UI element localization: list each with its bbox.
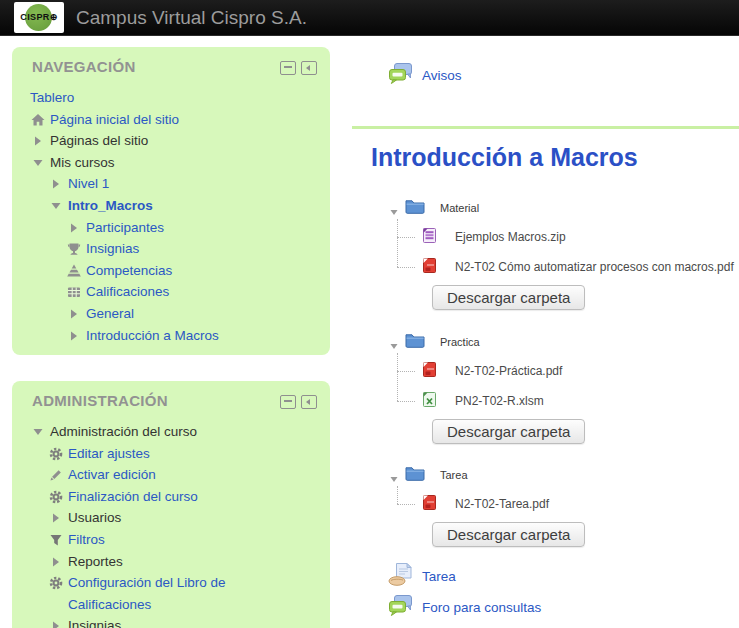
trophy-icon	[66, 241, 82, 257]
folder-icon	[405, 333, 425, 352]
chevron-right-icon[interactable]	[48, 618, 64, 628]
admin-item-configuración-del-libro-de-calificaciones[interactable]: Configuración del Libro de Calificacione…	[12, 572, 330, 615]
nav-item-label[interactable]: Insignias	[86, 238, 139, 260]
chevron-right-icon[interactable]	[48, 176, 64, 192]
nav-item-tablero[interactable]: Tablero	[12, 87, 330, 109]
download-folder-button[interactable]: Descargar carpeta	[432, 285, 585, 310]
chevron-down-icon[interactable]	[389, 470, 399, 480]
nav-item-competencias[interactable]: Competencias	[12, 260, 330, 282]
admin-item-insignias: Insignias	[12, 615, 330, 628]
nav-item-label[interactable]: Intro_Macros	[68, 195, 153, 217]
tarea-link[interactable]: Tarea	[388, 562, 456, 590]
gear-icon	[48, 446, 64, 462]
nav-item-introducción-a-macros[interactable]: Introducción a Macros	[12, 325, 330, 347]
admin-item-reportes: Reportes	[12, 551, 330, 573]
admin-item-label[interactable]: Configuración del Libro de Calificacione…	[68, 572, 286, 615]
admin-item-label[interactable]: Filtros	[68, 529, 105, 551]
admin-item-label: Usuarios	[68, 507, 121, 529]
download-folder-button[interactable]: Descargar carpeta	[432, 419, 585, 444]
file-tree: N2-T02-Práctica.pdfPN2-T02-R.xlsm	[389, 356, 739, 416]
chevron-down-icon[interactable]	[389, 337, 399, 347]
file-name: PN2-T02-R.xlsm	[455, 394, 544, 408]
nav-item-label[interactable]: General	[86, 303, 134, 325]
folder-name: Material	[440, 202, 479, 214]
chevron-down-icon[interactable]	[30, 155, 46, 171]
file-name: N2-T02 Cómo automatizar procesos con mac…	[455, 260, 734, 274]
home-icon	[30, 112, 46, 128]
file-row-ejemplos-macros-zip[interactable]: Ejemplos Macros.zip	[421, 222, 739, 252]
admin-item-administración-del-curso: Administración del curso	[12, 421, 330, 443]
logo-text: CISPR⊕	[14, 12, 64, 22]
chevron-right-icon[interactable]	[66, 220, 82, 236]
chevron-down-icon[interactable]	[389, 203, 399, 213]
folder-name: Practica	[440, 336, 480, 348]
chevron-right-icon[interactable]	[30, 133, 46, 149]
nav-item-calificaciones[interactable]: Calificaciones	[12, 281, 330, 303]
top-header-bar: CISPR⊕ Campus Virtual Cispro S.A.	[0, 0, 739, 36]
admin-item-filtros[interactable]: Filtros	[12, 529, 330, 551]
nav-item-label[interactable]: Calificaciones	[86, 281, 169, 303]
nav-item-participantes[interactable]: Participantes	[12, 217, 330, 239]
pdf-file-icon	[421, 361, 438, 382]
folder-row[interactable]: Material	[389, 200, 739, 216]
admin-item-label[interactable]: Finalización del curso	[68, 486, 198, 508]
admin-item-editar-ajustes[interactable]: Editar ajustes	[12, 443, 330, 465]
chevron-down-icon[interactable]	[48, 198, 64, 214]
chevron-right-icon[interactable]	[66, 306, 82, 322]
nav-item-insignias[interactable]: Insignias	[12, 238, 330, 260]
admin-item-label[interactable]: Editar ajustes	[68, 443, 150, 465]
admin-item-finalización-del-curso[interactable]: Finalización del curso	[12, 486, 330, 508]
pdf-file-icon	[421, 494, 438, 515]
admin-item-label: Reportes	[68, 551, 123, 573]
hide-block-icon[interactable]	[280, 395, 296, 409]
funnel-icon	[48, 532, 64, 548]
nav-item-label[interactable]: Competencias	[86, 260, 172, 282]
pencil-icon	[48, 467, 64, 483]
forum-icon	[388, 594, 413, 620]
folder-row[interactable]: Tarea	[389, 467, 739, 483]
file-tree: Ejemplos Macros.zipN2-T02 Cómo automatiz…	[389, 222, 739, 282]
file-row-n2-t02-cómo-automatizar-procesos-con-macros-pdf[interactable]: N2-T02 Cómo automatizar procesos con mac…	[421, 252, 739, 282]
nav-item-nivel-1[interactable]: Nivel 1	[12, 173, 330, 195]
nav-item-general[interactable]: General	[12, 303, 330, 325]
admin-item-label[interactable]: Activar edición	[68, 464, 156, 486]
gear-icon	[48, 489, 64, 505]
pyramid-icon	[66, 263, 82, 279]
forum-icon	[388, 62, 413, 88]
tarea-label: Tarea	[422, 569, 456, 584]
xlsm-file-icon	[421, 391, 438, 412]
zip-file-icon	[421, 227, 438, 248]
folder-row[interactable]: Practica	[389, 334, 739, 350]
nav-item-label[interactable]: Introducción a Macros	[86, 325, 219, 347]
nav-item-label[interactable]: Página inicial del sitio	[50, 109, 179, 131]
hide-block-icon[interactable]	[280, 61, 296, 75]
cispro-logo[interactable]: CISPR⊕	[14, 2, 64, 33]
file-row-n2-t02-práctica-pdf[interactable]: N2-T02-Práctica.pdf	[421, 356, 739, 386]
dock-block-icon[interactable]	[301, 395, 317, 409]
chevron-right-icon[interactable]	[48, 554, 64, 570]
nav-item-label[interactable]: Participantes	[86, 217, 164, 239]
admin-item-label: Insignias	[68, 615, 121, 628]
file-row-n2-t02-tarea-pdf[interactable]: N2-T02-Tarea.pdf	[421, 489, 739, 519]
nav-item-página-inicial-del-sitio[interactable]: Página inicial del sitio	[12, 109, 330, 131]
admin-item-activar-edición[interactable]: Activar edición	[12, 464, 330, 486]
foro-link[interactable]: Foro para consultas	[388, 594, 541, 620]
chevron-down-icon[interactable]	[30, 424, 46, 440]
nav-item-label[interactable]: Nivel 1	[68, 173, 109, 195]
file-tree: N2-T02-Tarea.pdf	[389, 489, 739, 519]
folder-section-practica: PracticaN2-T02-Práctica.pdfPN2-T02-R.xls…	[389, 334, 739, 444]
file-name: Ejemplos Macros.zip	[455, 230, 566, 244]
download-folder-button[interactable]: Descargar carpeta	[432, 522, 585, 547]
chevron-right-icon[interactable]	[66, 328, 82, 344]
course-title: Introducción a Macros	[371, 143, 638, 172]
administration-block: ADMINISTRACIÓN Administración del cursoE…	[12, 381, 330, 628]
grid-icon	[66, 284, 82, 300]
file-row-pn2-t02-r-xlsm[interactable]: PN2-T02-R.xlsm	[421, 386, 739, 416]
dock-block-icon[interactable]	[301, 61, 317, 75]
nav-item-mis-cursos: Mis cursos	[12, 152, 330, 174]
avisos-link[interactable]: Avisos	[388, 62, 462, 88]
nav-item-intro-macros[interactable]: Intro_Macros	[12, 195, 330, 217]
navigation-block: NAVEGACIÓN TableroPágina inicial del sit…	[12, 47, 330, 355]
chevron-right-icon[interactable]	[48, 510, 64, 526]
nav-item-label[interactable]: Tablero	[30, 87, 74, 109]
